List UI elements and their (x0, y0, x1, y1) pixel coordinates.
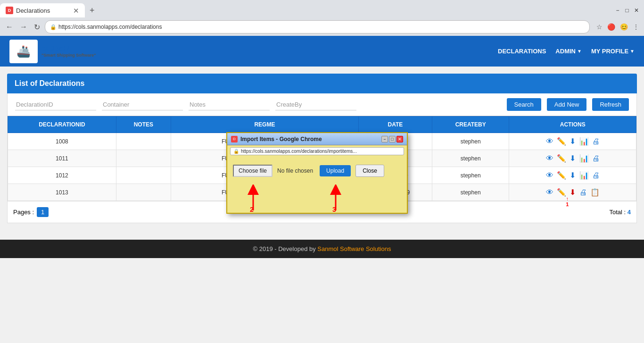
browser-chrome: D Declarations ✕ + − □ ✕ ← → ↻ 🔒 https:/… (0, 0, 644, 36)
modal-minimize-button[interactable]: − (381, 136, 388, 142)
modal-maximize-button[interactable]: □ (389, 136, 396, 142)
modal-close-button[interactable]: ✕ (396, 136, 403, 142)
reload-button[interactable]: ↻ (32, 22, 42, 33)
view-icon[interactable]: 👁 (546, 188, 553, 197)
edit-icon[interactable]: ✏️ (557, 137, 566, 146)
download-icon[interactable]: ⬇ (570, 171, 576, 180)
footer: © 2019 - Developed by Sanmol Software So… (0, 240, 644, 258)
window-controls: − □ ✕ (612, 7, 644, 14)
maximize-button[interactable]: □ (623, 7, 631, 14)
close-window-button[interactable]: ✕ (633, 7, 640, 14)
col-date: DATE (358, 117, 432, 133)
tab-bar: D Declarations ✕ + − □ ✕ (0, 0, 644, 18)
table-header: DECLARATIONID NOTES REGME DATE CREATEBY … (8, 117, 636, 133)
page-title: List of Declarations (15, 79, 84, 87)
excel2-icon[interactable]: 📋 (590, 188, 600, 197)
browser-actions: ☆ 🔴 😊 ⋮ (595, 22, 640, 32)
brand-tagline: "Smart Shipping Software" (41, 53, 96, 58)
choose-file-button[interactable]: Choose file (233, 165, 272, 177)
logo-box: 🚢 (9, 40, 38, 63)
search-button[interactable]: Search (507, 98, 541, 111)
download-icon[interactable]: ⬇ ↑1 (570, 188, 576, 197)
tab-favicon: D (6, 7, 13, 14)
cell-createby: stephen (432, 133, 509, 150)
nav-admin[interactable]: ADMIN ▼ (555, 48, 582, 55)
excel-icon[interactable]: 📊 (579, 154, 589, 163)
create-by-input[interactable] (275, 99, 356, 110)
edit-icon[interactable]: ✏️ (557, 188, 566, 197)
address-bar: ← → ↻ 🔒 https://cols.sanmolapps.com/decl… (0, 18, 644, 36)
url-bar[interactable]: 🔒 https://cols.sanmolapps.com/declaratio… (45, 20, 590, 33)
col-notes: NOTES (116, 117, 171, 133)
cell-id: 1008 (8, 133, 116, 150)
page-number[interactable]: 1 (37, 207, 49, 217)
profile-button[interactable]: 😊 (619, 22, 629, 32)
cell-notes (116, 167, 171, 184)
extensions-button[interactable]: 🔴 (606, 22, 616, 32)
bookmark-button[interactable]: ☆ (595, 22, 603, 32)
refresh-button[interactable]: Refresh (592, 98, 629, 111)
annotation-arrows: 2 3 (227, 184, 407, 213)
nav-declarations[interactable]: DECLARATIONS (498, 48, 546, 55)
cell-createby: stephen (432, 150, 509, 167)
cell-actions: 👁 ✏️ ⬇ 📊 🖨 (509, 133, 636, 150)
download-icon[interactable]: ⬇ (570, 137, 576, 146)
logo-ship-icon: 🚢 (17, 45, 31, 58)
svg-text:2: 2 (250, 206, 254, 213)
forward-button[interactable]: → (18, 22, 29, 32)
nav-myprofile[interactable]: MY PROFILE ▼ (591, 48, 635, 55)
cell-id: 1013 (8, 184, 116, 201)
pages-label: Pages : (13, 209, 34, 216)
download-icon[interactable]: ⬇ (570, 154, 576, 163)
notes-input[interactable] (189, 99, 270, 110)
active-tab[interactable]: D Declarations ✕ (0, 3, 85, 17)
cell-notes (116, 133, 171, 150)
view-icon[interactable]: 👁 (546, 171, 553, 180)
print-icon[interactable]: 🖨 (592, 137, 600, 146)
close-modal-button[interactable]: Close (355, 165, 384, 177)
print-icon[interactable]: 🖨 (592, 154, 600, 163)
footer-text: © 2019 - Developed by (253, 245, 318, 252)
app-header: 🚢 eCBaR "Smart Shipping Software" DECLAR… (0, 36, 644, 67)
lock-icon: 🔒 (50, 24, 57, 30)
new-tab-button[interactable]: + (87, 6, 98, 16)
nav-links: DECLARATIONS ADMIN ▼ MY PROFILE ▼ (498, 48, 635, 55)
cell-id: 1011 (8, 150, 116, 167)
edit-icon[interactable]: ✏️ (557, 171, 566, 180)
logo-area: 🚢 eCBaR "Smart Shipping Software" (9, 40, 96, 63)
cell-createby: stephen (432, 167, 509, 184)
add-new-button[interactable]: Add New (547, 98, 587, 111)
list-header: List of Declarations (7, 74, 637, 93)
url-text: https://cols.sanmolapps.com/declarations (58, 24, 585, 30)
modal-favicon: D (231, 136, 238, 142)
excel-icon[interactable]: 📊 (579, 137, 589, 146)
total-label: Total : 4 (609, 209, 631, 216)
cell-actions: 👁 ✏️ ⬇ ↑1 🖨 📋 (509, 184, 636, 201)
edit-icon[interactable]: ✏️ (557, 154, 566, 163)
upload-button[interactable]: Upload (320, 165, 351, 176)
back-button[interactable]: ← (4, 22, 15, 32)
view-icon[interactable]: 👁 (546, 154, 553, 163)
modal-title: Import Items - Google Chrome (240, 136, 381, 142)
cell-actions: 👁 ✏️ ⬇ 📊 🖨 (509, 167, 636, 184)
col-createby: CREATEBY (432, 117, 509, 133)
admin-dropdown-arrow: ▼ (577, 49, 582, 54)
footer-link[interactable]: Sanmol Software Solutions (317, 245, 391, 252)
menu-button[interactable]: ⋮ (632, 22, 640, 32)
import-modal: D Import Items - Google Chrome − □ ✕ 🔒 h… (226, 132, 408, 214)
close-tab-button[interactable]: ✕ (73, 7, 79, 14)
tab-title: Declarations (16, 7, 69, 14)
container-input[interactable] (102, 99, 183, 110)
print-icon[interactable]: 🖨 (579, 188, 587, 197)
excel-icon[interactable]: 📊 (579, 171, 589, 180)
total-count: 4 (627, 209, 631, 216)
profile-dropdown-arrow: ▼ (630, 49, 635, 54)
logo-text: eCBaR "Smart Shipping Software" (41, 44, 96, 59)
declaration-id-input[interactable] (15, 99, 96, 110)
annotation-svg: 2 3 (227, 184, 406, 213)
minimize-button[interactable]: − (614, 7, 621, 14)
cell-notes (116, 184, 171, 201)
cell-notes (116, 150, 171, 167)
print-icon[interactable]: 🖨 (592, 171, 600, 180)
view-icon[interactable]: 👁 (546, 137, 553, 146)
